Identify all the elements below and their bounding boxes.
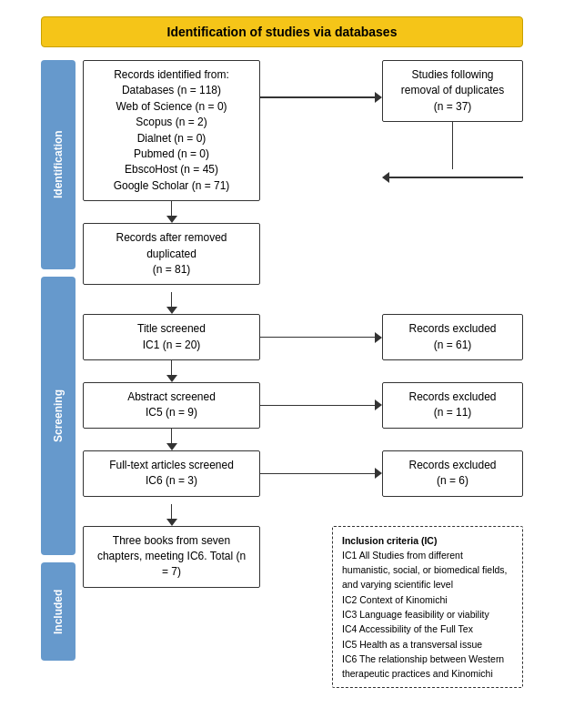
phase-labels: Identification Screening Included: [41, 60, 76, 688]
title-text: Identification of studies via databases: [167, 25, 398, 39]
main-flow: Identification Screening Included Record…: [41, 60, 523, 688]
studies-removal-box: Studies following removal of duplicates …: [382, 60, 523, 122]
arrow-down-to-fulltext: [166, 429, 177, 450]
arrow-left-to-81: [382, 169, 523, 186]
arrow-down-to-81: [166, 201, 177, 223]
page-title: Identification of studies via databases: [41, 16, 523, 47]
flow-content: Records identified from: Databases (n = …: [83, 60, 523, 688]
records-identified-box: Records identified from: Databases (n = …: [83, 60, 260, 201]
arrow-down-to-title: [166, 292, 177, 314]
fulltext-screened-box: Full-text articles screened IC6 (n = 3): [83, 450, 260, 497]
arrow-down-to-included: [166, 504, 177, 526]
arrow-to-excluded-11: [260, 397, 382, 413]
title-screened-box: Title screened IC1 (n = 20): [83, 314, 260, 360]
phase-included: Included: [41, 562, 76, 661]
excluded-61-box: Records excluded (n = 61): [382, 314, 523, 360]
arrow-to-excluded-61: [260, 329, 382, 346]
excluded-11-box: Records excluded (n = 11): [382, 382, 523, 429]
phase-identification: Identification: [41, 60, 76, 269]
arrow-to-duplicates: [260, 89, 382, 106]
phase-screening: Screening: [41, 277, 76, 555]
three-books-box: Three books from seven chapters, meeting…: [83, 526, 260, 588]
vert-line-right: [452, 122, 454, 169]
arrow-down-to-abstract: [166, 360, 177, 382]
inclusion-criteria-box: Inclusion criteria (IC) IC1 All Studies …: [332, 526, 523, 689]
arrow-to-excluded-6: [260, 465, 382, 481]
abstract-screened-box: Abstract screened IC5 (n = 9): [83, 382, 260, 429]
excluded-6-box: Records excluded (n = 6): [382, 450, 523, 497]
records-after-duplicated-box: Records after removed duplicated (n = 81…: [83, 223, 260, 285]
page: Identification of studies via databases …: [0, 0, 564, 728]
